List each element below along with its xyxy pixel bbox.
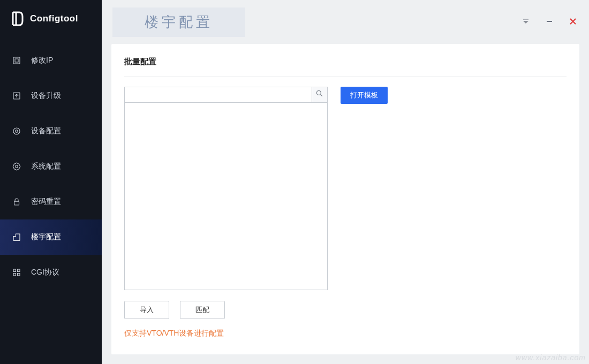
svg-point-3 xyxy=(13,128,20,134)
close-button[interactable] xyxy=(569,17,577,26)
sidebar-item-label: CGI协议 xyxy=(31,268,59,277)
search-row xyxy=(124,87,328,103)
sidebar-item-cgi-protocol[interactable]: CGI协议 xyxy=(0,255,102,290)
sidebar-item-password-reset[interactable]: 密码重置 xyxy=(0,184,102,219)
divider xyxy=(124,77,567,77)
svg-point-6 xyxy=(16,165,18,168)
sidebar-item-label: 设备配置 xyxy=(31,126,61,136)
gear-icon xyxy=(12,162,21,171)
grid-icon xyxy=(12,268,21,277)
sidebar-item-modify-ip[interactable]: 修改IP xyxy=(0,43,102,78)
result-list[interactable] xyxy=(124,103,328,290)
sidebar-item-label: 楼宇配置 xyxy=(31,232,61,242)
browse-button[interactable] xyxy=(312,87,328,103)
action-row: 导入 匹配 xyxy=(124,301,567,319)
lock-icon xyxy=(12,197,21,207)
sidebar-item-device-config[interactable]: 设备配置 xyxy=(0,113,102,149)
file-path-input[interactable] xyxy=(124,87,312,103)
upgrade-icon xyxy=(12,91,21,101)
app-name: Configtool xyxy=(30,13,78,24)
section-title: 批量配置 xyxy=(124,57,567,67)
sidebar-item-device-upgrade[interactable]: 设备升级 xyxy=(0,78,102,113)
import-button[interactable]: 导入 xyxy=(124,301,169,319)
svg-rect-1 xyxy=(15,59,18,62)
content-card: 批量配置 打开模板 导入 匹配 仅支持VTO/VTH设备进行配置 xyxy=(111,44,579,354)
sidebar-item-building-config[interactable]: 楼宇配置 xyxy=(0,219,102,255)
logo-area: Configtool xyxy=(0,0,102,37)
logo-icon xyxy=(11,11,24,26)
svg-rect-7 xyxy=(14,201,19,205)
svg-rect-8 xyxy=(13,269,16,272)
hint-text: 仅支持VTO/VTH设备进行配置 xyxy=(124,329,567,338)
sidebar-nav: 修改IP 设备升级 设备配置 系统配置 密码重置 xyxy=(0,43,102,290)
target-icon xyxy=(12,126,21,136)
svg-marker-5 xyxy=(13,163,20,170)
svg-rect-11 xyxy=(18,274,20,276)
sidebar-item-label: 系统配置 xyxy=(31,162,61,171)
match-button[interactable]: 匹配 xyxy=(180,301,225,319)
svg-point-4 xyxy=(16,130,18,133)
minimize-button[interactable] xyxy=(545,17,554,26)
svg-point-12 xyxy=(316,90,321,95)
search-icon xyxy=(315,89,324,100)
header-tab: 楼宇配置 xyxy=(112,7,245,37)
sidebar-item-label: 修改IP xyxy=(31,56,53,65)
sidebar-item-label: 设备升级 xyxy=(31,91,61,101)
config-row: 打开模板 xyxy=(124,87,567,290)
watermark: www.xiazaiba.com xyxy=(516,353,586,362)
svg-rect-10 xyxy=(13,274,16,276)
open-template-button[interactable]: 打开模板 xyxy=(341,87,388,104)
ip-icon xyxy=(12,56,21,65)
header: 楼宇配置 xyxy=(102,0,589,39)
dropdown-icon[interactable] xyxy=(522,17,530,26)
window-controls xyxy=(522,17,577,26)
svg-rect-0 xyxy=(13,57,20,64)
file-box xyxy=(124,87,328,290)
svg-rect-9 xyxy=(18,269,20,272)
sidebar-item-system-config[interactable]: 系统配置 xyxy=(0,149,102,184)
sidebar-item-label: 密码重置 xyxy=(31,197,61,207)
sidebar: Configtool 修改IP 设备升级 设备配置 系统配置 xyxy=(0,0,102,364)
building-icon xyxy=(12,232,21,242)
main-area: 楼宇配置 批量配置 xyxy=(102,0,589,364)
